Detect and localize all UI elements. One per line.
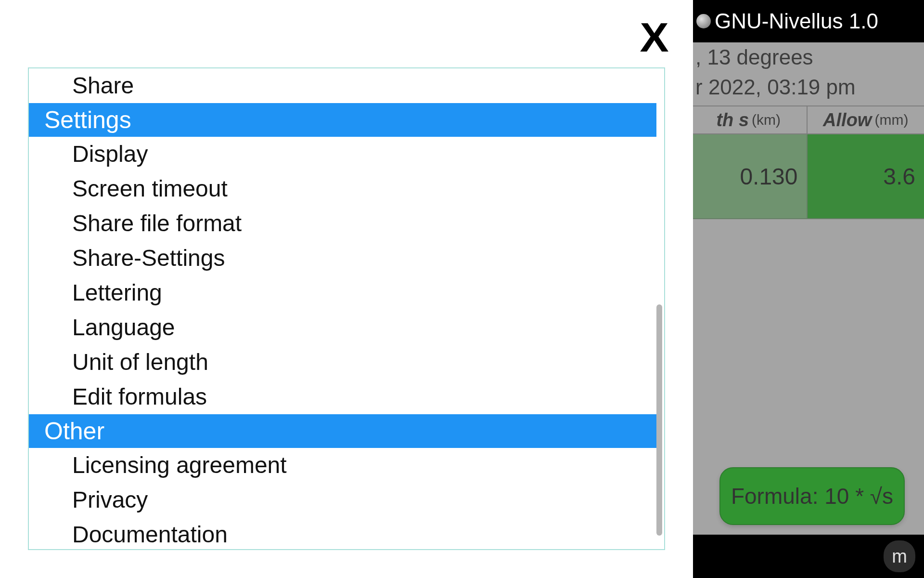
background-app: GNU-Nivellus 1.0 , 13 degrees r 2022, 03… (691, 0, 924, 578)
column-header-length: th s (km) (691, 106, 808, 133)
menu-item-lettering[interactable]: Lettering (29, 276, 664, 310)
menu-list[interactable]: Share Settings Display Screen timeout Sh… (29, 68, 664, 549)
menu-item-screen-timeout[interactable]: Screen timeout (29, 171, 664, 206)
scrollbar-thumb[interactable] (656, 304, 662, 536)
bottom-bar: m (691, 535, 924, 578)
menu-header-other[interactable]: Other (29, 414, 656, 448)
title-dot-icon (696, 14, 711, 28)
app-titlebar: GNU-Nivellus 1.0 (691, 0, 924, 42)
menu-item-unit-of-length[interactable]: Unit of length (29, 345, 664, 380)
column-header-unit: (km) (752, 112, 781, 128)
table-header: th s (km) Allow (mm) (691, 105, 924, 134)
app-body: , 13 degrees r 2022, 03:19 pm th s (km) … (691, 42, 924, 535)
menu-item-licensing[interactable]: Licensing agreement (29, 448, 664, 483)
column-header-allow: Allow (mm) (808, 106, 924, 133)
app-title: GNU-Nivellus 1.0 (715, 9, 878, 33)
column-header-label: th s (716, 110, 749, 131)
info-line-2: r 2022, 03:19 pm (695, 72, 919, 102)
column-header-label: Allow (823, 110, 872, 131)
column-header-unit: (mm) (874, 112, 908, 128)
menu-item-share-settings[interactable]: Share-Settings (29, 241, 664, 276)
formula-button[interactable]: Formula: 10 * √s (719, 467, 905, 525)
close-icon[interactable]: X (640, 16, 668, 58)
menu-header-settings[interactable]: Settings (29, 103, 656, 137)
settings-modal: X Share Settings Display Screen timeout … (0, 0, 693, 578)
menu-item-display[interactable]: Display (29, 137, 664, 171)
cell-length[interactable]: 0.130 (691, 134, 808, 219)
cell-allow[interactable]: 3.6 (808, 134, 924, 219)
menu-item-share-file-format[interactable]: Share file format (29, 206, 664, 241)
menu-item-share[interactable]: Share (29, 68, 664, 103)
menu-item-privacy[interactable]: Privacy (29, 483, 664, 517)
menu-item-documentation[interactable]: Documentation (29, 517, 664, 549)
info-block: , 13 degrees r 2022, 03:19 pm (691, 42, 924, 105)
menu-container: Share Settings Display Screen timeout Sh… (28, 67, 665, 550)
table-row: 0.130 3.6 (691, 134, 924, 219)
menu-item-language[interactable]: Language (29, 310, 664, 345)
menu-item-edit-formulas[interactable]: Edit formulas (29, 380, 664, 414)
info-line-1: , 13 degrees (695, 42, 919, 72)
m-badge[interactable]: m (884, 540, 915, 572)
